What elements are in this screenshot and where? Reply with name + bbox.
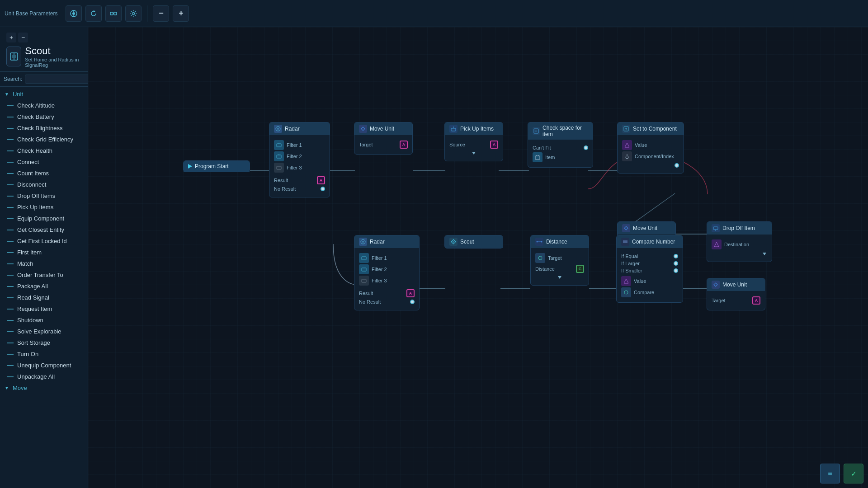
refresh-icon-btn[interactable] bbox=[85, 5, 102, 22]
target-port[interactable]: A bbox=[400, 141, 408, 149]
drop-off-arrow bbox=[712, 251, 767, 258]
sidebar-item-check-health[interactable]: Check Health bbox=[0, 145, 88, 156]
source-port[interactable]: A bbox=[490, 141, 498, 149]
item-label: Equip Component bbox=[17, 215, 64, 222]
cant-fit-port[interactable] bbox=[584, 145, 588, 150]
svg-marker-20 bbox=[361, 127, 365, 131]
item-label: Get First Locked Id bbox=[17, 238, 67, 244]
sidebar-item-solve-explorable[interactable]: Solve Explorable bbox=[0, 326, 88, 337]
sidebar-item-match[interactable]: Match bbox=[0, 258, 88, 269]
node-move-unit-mid-header: Move Unit bbox=[618, 222, 675, 235]
svg-point-56 bbox=[624, 291, 628, 294]
destination-icon bbox=[712, 239, 722, 249]
sidebar-item-get-first-locked-id[interactable]: Get First Locked Id bbox=[0, 235, 88, 247]
sidebar-section-unit[interactable]: ▼Unit bbox=[0, 89, 88, 100]
sidebar-item-get-closest-entity[interactable]: Get Closest Entity bbox=[0, 224, 88, 235]
node-pick-up-items[interactable]: Pick Up Items Source A bbox=[444, 122, 503, 161]
drop-arrow bbox=[449, 150, 498, 157]
node-check-space[interactable]: Check space for item Can't Fit Item bbox=[528, 122, 593, 168]
sidebar-item-request-item[interactable]: Request Item bbox=[0, 303, 88, 314]
sidebar-item-equip-component[interactable]: Equip Component bbox=[0, 213, 88, 224]
filter-2-icon bbox=[274, 151, 284, 161]
node-distance[interactable]: Distance Target Distance C bbox=[530, 235, 589, 286]
svg-rect-44 bbox=[362, 279, 366, 282]
target-port-row: Target A bbox=[359, 141, 408, 149]
search-bar: Search: bbox=[0, 72, 88, 87]
item-label: Solve Explorable bbox=[17, 328, 61, 335]
move-unit-top-icon bbox=[359, 125, 367, 133]
node-radar-bottom-body: Filter 1 Filter 2 Filter 3 Result A bbox=[354, 248, 419, 310]
sidebar-item-check-altitude[interactable]: Check Altitude bbox=[0, 100, 88, 111]
sidebar-item-read-signal[interactable]: Read Signal bbox=[0, 292, 88, 303]
sidebar-item-unpackage-all[interactable]: Unpackage All bbox=[0, 371, 88, 382]
sidebar-item-unequip-component[interactable]: Unequip Component bbox=[0, 360, 88, 371]
sidebar-item-connect[interactable]: Connect bbox=[0, 156, 88, 168]
distance-port[interactable]: C bbox=[576, 265, 584, 273]
result-port-row: Result A bbox=[274, 176, 325, 184]
sidebar-item-check-blightness[interactable]: Check Blightness bbox=[0, 122, 88, 134]
node-set-to-component-header: Set to Component bbox=[618, 122, 684, 135]
result-port[interactable]: A bbox=[317, 176, 325, 184]
zoom-out-btn[interactable]: − bbox=[18, 33, 28, 42]
node-move-unit-top[interactable]: Move Unit Target A bbox=[354, 122, 413, 155]
list-btn[interactable]: ≡ bbox=[820, 464, 840, 483]
unit-icon-btn[interactable] bbox=[66, 5, 82, 22]
item-label: Request Item bbox=[17, 305, 52, 312]
config-icon-btn[interactable] bbox=[125, 5, 142, 22]
sidebar-item-count-items[interactable]: Count Items bbox=[0, 168, 88, 179]
zoom-plus-btn[interactable]: + bbox=[173, 5, 189, 22]
item-label: Check Altitude bbox=[17, 102, 55, 109]
no-result-port[interactable] bbox=[321, 187, 325, 191]
node-scout[interactable]: Scout bbox=[444, 235, 503, 249]
item-label: Connect bbox=[17, 159, 39, 165]
sidebar-item-sort-storage[interactable]: Sort Storage bbox=[0, 337, 88, 348]
sidebar-item-order-transfer-to[interactable]: Order Transfer To bbox=[0, 269, 88, 281]
zoom-in-btn[interactable]: + bbox=[6, 33, 16, 42]
node-program-start[interactable]: Program Start bbox=[183, 160, 250, 172]
sidebar-item-pick-up-items[interactable]: Pick Up Items bbox=[0, 202, 88, 213]
search-input[interactable] bbox=[25, 75, 88, 84]
sidebar-item-drop-off-items[interactable]: Drop Off Items bbox=[0, 190, 88, 202]
no-result-port-row: No Result bbox=[274, 186, 325, 192]
item-icon-dash bbox=[7, 263, 14, 264]
svg-point-1 bbox=[72, 12, 75, 15]
move-right-target-port[interactable]: A bbox=[752, 296, 760, 305]
move-unit-mid-icon bbox=[622, 224, 630, 232]
item-label: Check Grid Efficiency bbox=[17, 136, 73, 143]
node-radar-top[interactable]: Radar Filter 1 Filter 2 bbox=[269, 122, 330, 197]
node-move-unit-right[interactable]: Move Unit Target A bbox=[707, 278, 765, 310]
link-icon-btn[interactable] bbox=[105, 5, 122, 22]
zoom-minus-btn[interactable]: − bbox=[153, 5, 169, 22]
item-icon-dash bbox=[7, 241, 14, 242]
sidebar-item-package-all[interactable]: Package All bbox=[0, 281, 88, 292]
sidebar-item-disconnect[interactable]: Disconnect bbox=[0, 179, 88, 190]
node-drop-off-item[interactable]: Drop Off Item Destination bbox=[707, 221, 772, 262]
sidebar-section-move[interactable]: ▼Move bbox=[0, 382, 88, 394]
sidebar-item-turn-on[interactable]: Turn On bbox=[0, 348, 88, 360]
node-scout-header: Scout bbox=[445, 235, 503, 248]
node-set-to-component[interactable]: Set to Component Value Component/Index bbox=[617, 122, 684, 174]
unit-icon bbox=[6, 47, 21, 66]
node-check-space-header: Check space for item bbox=[528, 122, 593, 140]
no-result-bottom-port[interactable] bbox=[410, 300, 415, 304]
svg-rect-43 bbox=[362, 268, 366, 271]
confirm-btn[interactable]: ✓ bbox=[844, 464, 863, 483]
sidebar-item-shutdown[interactable]: Shutdown bbox=[0, 314, 88, 326]
item-icon-dash bbox=[7, 297, 14, 298]
svg-marker-38 bbox=[714, 242, 719, 247]
sidebar-item-check-battery[interactable]: Check Battery bbox=[0, 111, 88, 122]
topbar-separator bbox=[147, 5, 147, 22]
svg-point-8 bbox=[132, 12, 135, 14]
item-icon-dash bbox=[7, 117, 14, 117]
node-drop-off-item-body: Destination bbox=[707, 235, 772, 262]
canvas-area[interactable]: Program Start Radar Filter 1 bbox=[88, 27, 868, 488]
sidebar-item-check-grid-efficiency[interactable]: Check Grid Efficiency bbox=[0, 134, 88, 145]
node-compare-number[interactable]: Compare Number If Equal If Larger If Sma… bbox=[616, 235, 683, 303]
node-radar-bottom[interactable]: Radar Filter 1 Filter 2 bbox=[354, 235, 420, 310]
distance-icon bbox=[535, 238, 543, 246]
item-icon-dash bbox=[7, 230, 14, 230]
sidebar-item-first-item[interactable]: First Item bbox=[0, 247, 88, 258]
unit-title: Scout bbox=[25, 45, 83, 57]
result-bottom-port[interactable]: A bbox=[406, 289, 415, 297]
section-label: Unit bbox=[13, 91, 23, 98]
